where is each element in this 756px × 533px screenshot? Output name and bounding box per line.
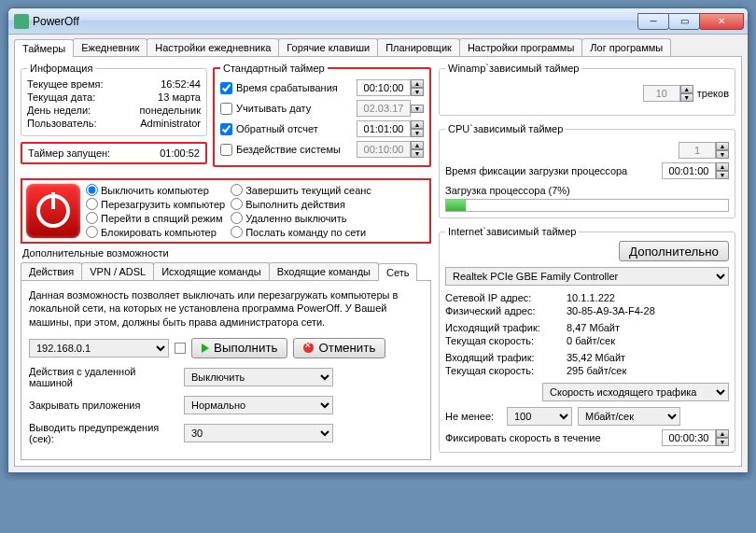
unit-select[interactable]: Мбайт/сек [578,407,680,426]
minimize-button[interactable]: ─ [637,13,669,30]
spin-inet-fix[interactable]: ▲▼ [716,429,729,446]
more-button[interactable]: Дополнительно [619,241,729,261]
app-window: PowerOff ─ ▭ ✕ Таймеры Ежедневник Настро… [7,7,749,473]
net-page: Данная возможность позволяет выключать и… [21,281,431,460]
poweroff-icon [26,184,80,238]
inp-idle [357,141,411,158]
titlebar[interactable]: PowerOff ─ ▭ ✕ [8,8,748,35]
net-desc: Данная возможность позволяет выключать и… [29,288,423,329]
min-value-select[interactable]: 100 [507,407,572,426]
main-tabs: Таймеры Ежедневник Настройки ежедневника… [14,38,742,57]
info-legend: Информация [27,63,95,74]
adapter-select[interactable]: Realtek PCIe GBE Family Controller [445,267,729,286]
inet-group: Internet`зависимый таймер Дополнительно … [439,226,735,453]
cpu-load-label: Загрузка процессора (7%) [445,185,729,196]
spin-winamp: ▲▼ [680,85,693,102]
rad-remote-off[interactable] [231,212,243,224]
remote-action-select[interactable]: Выключить [184,368,333,386]
chk-trigger-time[interactable] [220,82,232,94]
ip-select[interactable]: 192.168.0.1 [29,339,169,358]
rad-net-cmd[interactable] [231,226,243,238]
close-button[interactable]: ✕ [699,13,744,30]
rad-lock[interactable] [86,226,98,238]
rad-reboot[interactable] [86,198,98,210]
chk-consider-date[interactable] [220,103,232,115]
tab-diary-settings[interactable]: Настройки ежедневника [147,38,279,56]
cpu-progress [445,199,729,212]
winamp-group: Winamp`зависимый таймер ▲▼ треков [439,63,735,116]
rad-sleep[interactable] [86,212,98,224]
spin-countdown[interactable]: ▲▼ [411,120,424,137]
tab-timers[interactable]: Таймеры [14,39,74,57]
chk-countdown[interactable] [220,123,232,135]
sub-tabs: Действия VPN / ADSL Исходящие команды Вх… [21,262,431,281]
cancel-button[interactable]: Отменить [293,338,385,358]
cpu-threshold [679,142,716,159]
cpu-group: CPU`зависимый таймер ▲▼ Время фиксации з… [439,123,735,218]
subtab-in[interactable]: Входящие команды [269,262,379,280]
inp-trigger-time[interactable] [357,79,411,96]
tab-diary[interactable]: Ежедневник [73,38,147,56]
window-title: PowerOff [33,15,638,28]
inet-fix-time[interactable] [662,429,716,446]
tab-scheduler[interactable]: Планировщик [377,38,460,56]
rad-logoff[interactable] [231,184,243,196]
spin-cpu-fix[interactable]: ▲▼ [716,162,729,179]
actions-panel: Выключить компьютер Перезагрузить компью… [21,178,431,244]
std-legend: Стандартный таймер [220,63,328,74]
subtab-actions[interactable]: Действия [21,262,82,280]
copy-icon[interactable] [175,343,186,354]
additional-label: Дополнительные возможности [22,247,431,259]
info-group: Информация Текущее время:16:52:44 Текуща… [21,63,207,136]
inp-countdown[interactable] [357,120,411,137]
spin-trigger-time[interactable]: ▲▼ [411,79,424,96]
spin-idle: ▲▼ [411,141,424,158]
execute-button[interactable]: Выполнить [191,338,287,358]
inp-date [357,100,411,117]
tab-hotkeys[interactable]: Горячие клавиши [278,38,378,56]
dd-date[interactable]: ▼ [411,105,424,113]
rad-shutdown[interactable] [86,184,98,196]
warn-select[interactable]: 30 [184,424,333,442]
maximize-button[interactable]: ▭ [668,13,700,30]
play-icon [202,344,209,353]
close-apps-select[interactable]: Нормально [184,396,333,414]
tab-log[interactable]: Лог программы [581,38,671,56]
cpu-fix-time[interactable] [662,162,716,179]
rad-execute[interactable] [231,198,243,210]
cancel-icon [303,343,314,353]
speed-type-select[interactable]: Скорость исходящего трафика [542,383,729,401]
tab-app-settings[interactable]: Настройки программы [459,38,582,56]
app-icon [14,14,29,29]
chk-idle[interactable] [220,144,232,156]
timer-started-box: Таймер запущен: 01:00:52 [21,142,207,164]
std-timer-group: Стандартный таймер Время срабатывания▲▼ … [213,63,431,167]
subtab-vpn[interactable]: VPN / ADSL [81,262,154,280]
subtab-out[interactable]: Исходящие команды [153,262,270,280]
subtab-net[interactable]: Сеть [378,263,417,281]
winamp-tracks-input [643,85,680,102]
